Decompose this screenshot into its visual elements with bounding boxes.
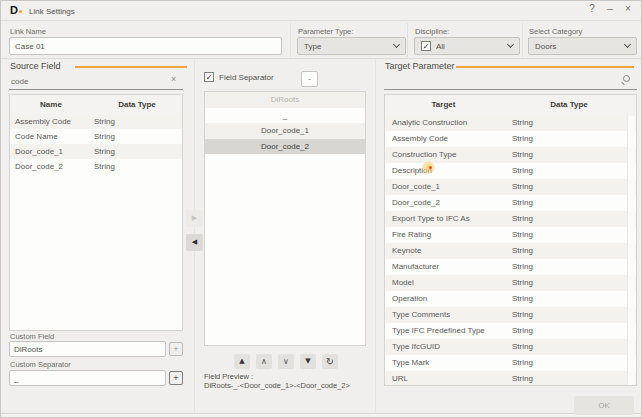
source-table-body: Assembly Code String Code Name String Do… (10, 114, 182, 174)
discipline-dropdown[interactable]: ✓ All (414, 37, 520, 55)
separator-value-box[interactable]: - (301, 71, 318, 87)
linked-fields-list: DiRoots _ Door_code_1 Door_code_2 (204, 91, 366, 346)
search-icon (623, 75, 630, 82)
form-divider (522, 23, 523, 57)
linked-field-label: Door_code_1 (261, 126, 309, 135)
target-table-row[interactable]: Door_code_2 String (385, 195, 636, 211)
target-table-row[interactable]: Model String (385, 275, 636, 291)
target-table-row[interactable]: Construction Type String (385, 147, 636, 163)
move-to-top-button[interactable]: ▲ (234, 354, 250, 369)
field-separator-row: ✓ Field Separator (204, 72, 274, 82)
source-col-type[interactable]: Data Type (92, 95, 182, 114)
target-row-name: Type IfcGUID (385, 339, 502, 355)
logo-dot-icon (19, 10, 22, 13)
target-row-name: Door_code_1 (385, 179, 502, 195)
move-right-button[interactable]: ▶ (186, 210, 203, 227)
target-row-type: String (502, 211, 636, 227)
section-divider (1, 58, 642, 59)
discipline-label: Discipline: (415, 27, 449, 36)
target-table-row[interactable]: Door_code_1 String (385, 179, 636, 195)
field-separator-label: Field Separator (219, 73, 274, 82)
custom-field-input[interactable] (9, 341, 166, 357)
source-row-name: Code Name (10, 129, 92, 144)
chevron-down-icon (507, 41, 514, 48)
target-table-row[interactable]: Assembly Code String (385, 131, 636, 147)
cursor-highlight (422, 161, 435, 174)
target-col-target[interactable]: Target (385, 95, 502, 115)
source-table-row[interactable]: Door_code_2 String (10, 159, 182, 174)
target-row-name: URL (385, 371, 502, 386)
chevron-down-icon (624, 41, 631, 48)
target-table-row[interactable]: Analytic Construction String (385, 115, 636, 131)
target-row-type: String (502, 243, 636, 259)
target-row-type: String (502, 115, 636, 131)
target-search-input[interactable] (385, 73, 610, 89)
linked-field-item[interactable]: DiRoots (205, 92, 365, 108)
target-row-type: String (502, 179, 636, 195)
minimize-icon[interactable]: – (603, 3, 617, 14)
chevron-down-icon (393, 41, 400, 48)
diroots-logo-icon: D (10, 4, 22, 16)
linked-field-item[interactable]: Door_code_1 (205, 123, 365, 139)
move-down-button[interactable]: ∨ (278, 354, 294, 369)
linked-field-item[interactable]: Door_code_2 (205, 139, 365, 155)
clear-search-icon[interactable]: × (171, 75, 176, 84)
parameter-type-label: Parameter Type: (298, 27, 353, 36)
move-to-bottom-button[interactable]: ▼ (300, 354, 316, 369)
target-row-type: String (502, 307, 636, 323)
target-row-name: Model (385, 275, 502, 291)
source-field-title: Source Field (10, 61, 61, 71)
discipline-value: All (436, 42, 508, 51)
add-custom-field-button[interactable]: + (169, 342, 183, 356)
linked-field-item[interactable]: _ (205, 108, 365, 124)
target-table-row[interactable]: Type IFC Predefined Type String (385, 323, 636, 339)
target-accent-line (456, 66, 634, 68)
link-name-input[interactable] (9, 37, 282, 55)
target-table-header: Target Data Type (385, 95, 636, 115)
target-parameter-title: Target Parameter (385, 61, 455, 71)
source-row-name: Door_code_1 (10, 144, 92, 159)
target-row-type: String (502, 259, 636, 275)
target-table-row[interactable]: Export Type to IFC As String (385, 211, 636, 227)
linked-field-label: Door_code_2 (261, 142, 309, 151)
help-icon[interactable]: ? (585, 3, 599, 14)
target-row-name: Type Mark (385, 355, 502, 371)
source-col-name[interactable]: Name (10, 95, 92, 114)
form-divider (290, 23, 291, 57)
source-table-row[interactable]: Door_code_1 String (10, 144, 182, 159)
custom-separator-input[interactable] (9, 370, 166, 386)
discipline-checkbox[interactable]: ✓ (421, 41, 431, 51)
target-table-row[interactable]: Operation String (385, 291, 636, 307)
source-table-row[interactable]: Assembly Code String (10, 114, 182, 129)
parameter-type-dropdown[interactable]: Type (297, 37, 406, 55)
target-table-row[interactable]: Fire Rating String (385, 227, 636, 243)
target-row-name: Description (385, 163, 502, 179)
target-col-type[interactable]: Data Type (502, 95, 636, 115)
target-table-row[interactable]: Keynote String (385, 243, 636, 259)
target-table: Target Data Type Analytic Construction S… (384, 94, 637, 386)
target-row-name: Type IFC Predefined Type (385, 323, 502, 339)
move-left-button[interactable]: ◀ (186, 234, 203, 251)
select-category-dropdown[interactable]: Doors (528, 37, 637, 55)
target-table-row[interactable]: Type Comments String (385, 307, 636, 323)
target-table-row[interactable]: Manufacturer String (385, 259, 636, 275)
target-table-row[interactable]: Type IfcGUID String (385, 339, 636, 355)
target-row-type: String (502, 147, 636, 163)
target-row-name: Door_code_2 (385, 195, 502, 211)
custom-separator-label: Custom Separator (10, 360, 71, 369)
target-row-name: Assembly Code (385, 131, 502, 147)
field-preview-label: Field Preview : (204, 372, 253, 381)
close-icon[interactable]: × (621, 3, 635, 14)
move-up-button[interactable]: ∧ (256, 354, 272, 369)
ok-button[interactable]: OK (574, 396, 634, 415)
target-scrollbar[interactable] (627, 116, 635, 386)
field-separator-checkbox[interactable]: ✓ (204, 72, 214, 82)
chevron-up-icon: ∧ (261, 357, 267, 366)
add-custom-separator-button[interactable]: + (169, 371, 183, 385)
target-table-row[interactable]: URL String (385, 371, 636, 386)
source-table-row[interactable]: Code Name String (10, 129, 182, 144)
source-search-input[interactable] (9, 73, 159, 89)
target-table-row[interactable]: Type Mark String (385, 355, 636, 371)
target-row-type: String (502, 275, 636, 291)
refresh-button[interactable]: ↻ (322, 354, 338, 369)
